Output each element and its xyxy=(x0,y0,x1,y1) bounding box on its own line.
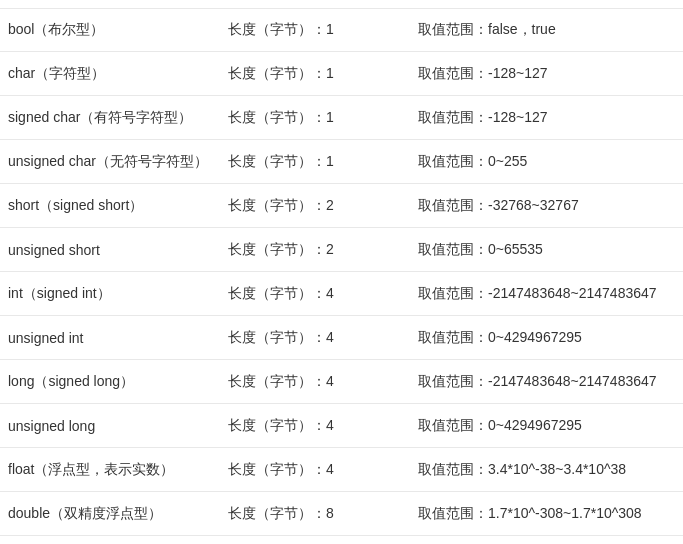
range-cell: 取值范围：1.7*10^-308~1.7*10^308 xyxy=(418,505,675,523)
range-cell: 取值范围：-128~127 xyxy=(418,65,675,83)
type-cell: long（signed long） xyxy=(8,373,228,391)
length-cell: 长度（字节）：8 xyxy=(228,505,418,523)
table-row: double（双精度浮点型）长度（字节）：8取值范围：1.7*10^-308~1… xyxy=(0,492,683,536)
type-cell: char（字符型） xyxy=(8,65,228,83)
range-cell: 取值范围：0~65535 xyxy=(418,241,675,259)
type-cell: bool（布尔型） xyxy=(8,21,228,39)
table-row: int（signed int）长度（字节）：4取值范围：-2147483648~… xyxy=(0,272,683,316)
range-cell: 取值范围：0~4294967295 xyxy=(418,329,675,347)
table-row: char（字符型）长度（字节）：1取值范围：-128~127 xyxy=(0,52,683,96)
length-cell: 长度（字节）：1 xyxy=(228,65,418,83)
table-row: short（signed short）长度（字节）：2取值范围：-32768~3… xyxy=(0,184,683,228)
length-cell: 长度（字节）：1 xyxy=(228,109,418,127)
type-cell: unsigned int xyxy=(8,330,228,346)
type-cell: signed char（有符号字符型） xyxy=(8,109,228,127)
range-cell: 取值范围：-128~127 xyxy=(418,109,675,127)
type-cell: short（signed short） xyxy=(8,197,228,215)
length-cell: 长度（字节）：1 xyxy=(228,21,418,39)
data-types-table: bool（布尔型）长度（字节）：1取值范围：false，truechar（字符型… xyxy=(0,0,683,544)
type-cell: double（双精度浮点型） xyxy=(8,505,228,523)
type-cell: float（浮点型，表示实数） xyxy=(8,461,228,479)
table-row: unsigned short长度（字节）：2取值范围：0~65535 xyxy=(0,228,683,272)
table-row: float（浮点型，表示实数）长度（字节）：4取值范围：3.4*10^-38~3… xyxy=(0,448,683,492)
type-cell: unsigned short xyxy=(8,242,228,258)
table-row: unsigned long长度（字节）：4取值范围：0~4294967295 xyxy=(0,404,683,448)
range-cell: 取值范围：3.4*10^-38~3.4*10^38 xyxy=(418,461,675,479)
length-cell: 长度（字节）：1 xyxy=(228,153,418,171)
type-cell: int（signed int） xyxy=(8,285,228,303)
table-row: long（signed long）长度（字节）：4取值范围：-214748364… xyxy=(0,360,683,404)
range-cell: 取值范围：0~255 xyxy=(418,153,675,171)
range-cell: 取值范围：false，true xyxy=(418,21,675,39)
length-cell: 长度（字节）：4 xyxy=(228,373,418,391)
length-cell: 长度（字节）：2 xyxy=(228,197,418,215)
table-row: unsigned int长度（字节）：4取值范围：0~4294967295 xyxy=(0,316,683,360)
type-cell: unsigned char（无符号字符型） xyxy=(8,153,228,171)
range-cell: 取值范围：0~4294967295 xyxy=(418,417,675,435)
table-row: long double长度（字节）：8取值范围：1.7*10^-308~1.7*… xyxy=(0,536,683,544)
range-cell: 取值范围：-2147483648~2147483647 xyxy=(418,373,675,391)
type-cell: unsigned long xyxy=(8,418,228,434)
length-cell: 长度（字节）：4 xyxy=(228,285,418,303)
length-cell: 长度（字节）：4 xyxy=(228,417,418,435)
length-cell: 长度（字节）：2 xyxy=(228,241,418,259)
table-row: signed char（有符号字符型）长度（字节）：1取值范围：-128~127 xyxy=(0,96,683,140)
table-row: unsigned char（无符号字符型）长度（字节）：1取值范围：0~255 xyxy=(0,140,683,184)
table-row: bool（布尔型）长度（字节）：1取值范围：false，true xyxy=(0,8,683,52)
range-cell: 取值范围：-2147483648~2147483647 xyxy=(418,285,675,303)
range-cell: 取值范围：-32768~32767 xyxy=(418,197,675,215)
length-cell: 长度（字节）：4 xyxy=(228,329,418,347)
length-cell: 长度（字节）：4 xyxy=(228,461,418,479)
